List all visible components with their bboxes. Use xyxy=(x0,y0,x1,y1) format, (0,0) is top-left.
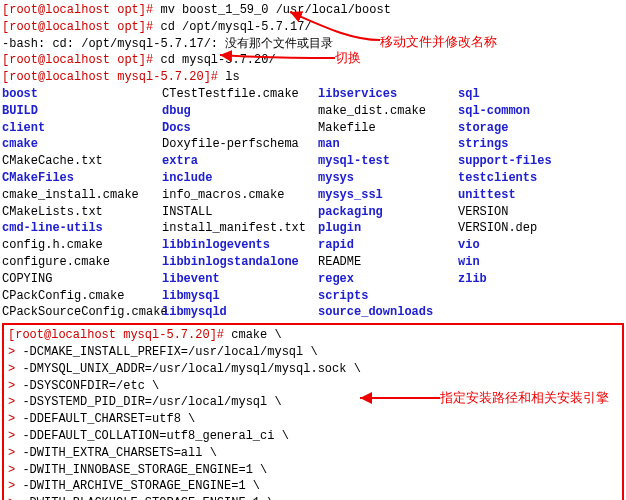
directory-entry: sql-common xyxy=(458,103,624,120)
error-line: -bash: cd: /opt/mysql-5.7.17/: 没有那个文件或目录 xyxy=(2,36,624,53)
file-entry: VERSION xyxy=(458,204,624,221)
directory-entry: mysys xyxy=(318,170,458,187)
ls-output: boostCTestTestfile.cmakelibservicessqlBU… xyxy=(2,86,624,321)
directory-entry: unittest xyxy=(458,187,624,204)
file-entry: CMakeLists.txt xyxy=(2,204,162,221)
cmake-option-line: > -DDEFAULT_COLLATION=utf8_general_ci \ xyxy=(8,428,618,445)
directory-entry: libbinlogstandalone xyxy=(162,254,318,271)
file-entry: INSTALL xyxy=(162,204,318,221)
directory-entry: libservices xyxy=(318,86,458,103)
file-entry: make_dist.cmake xyxy=(318,103,458,120)
directory-entry: CMakeFiles xyxy=(2,170,162,187)
cmake-option-line: > -DWITH_EXTRA_CHARSETS=all \ xyxy=(8,445,618,462)
file-entry: VERSION.dep xyxy=(458,220,624,237)
directory-entry: include xyxy=(162,170,318,187)
directory-entry: storage xyxy=(458,120,624,137)
directory-entry: packaging xyxy=(318,204,458,221)
directory-entry: vio xyxy=(458,237,624,254)
directory-entry: libevent xyxy=(162,271,318,288)
directory-entry: Docs xyxy=(162,120,318,137)
file-entry: CPackConfig.cmake xyxy=(2,288,162,305)
terminal-line: [root@localhost opt]# mv boost_1_59_0 /u… xyxy=(2,2,624,19)
file-entry xyxy=(458,304,624,321)
directory-entry: mysql-test xyxy=(318,153,458,170)
command: cd mysql-5.7.20/ xyxy=(160,53,275,67)
directory-entry: libbinlogevents xyxy=(162,237,318,254)
terminal-line: [root@localhost mysql-5.7.20]# ls xyxy=(2,69,624,86)
directory-entry: rapid xyxy=(318,237,458,254)
directory-entry: sql xyxy=(458,86,624,103)
file-entry: CMakeCache.txt xyxy=(2,153,162,170)
command: cmake \ xyxy=(231,328,281,342)
command: cd /opt/mysql-5.7.17/ xyxy=(160,20,311,34)
file-entry: CPackSourceConfig.cmake xyxy=(2,304,162,321)
directory-entry: libmysqld xyxy=(162,304,318,321)
cmake-option-line: > -DWITH_INNOBASE_STORAGE_ENGINE=1 \ xyxy=(8,462,618,479)
directory-entry: testclients xyxy=(458,170,624,187)
prompt: [root@localhost mysql-5.7.20]# xyxy=(2,70,218,84)
file-entry: Doxyfile-perfschema xyxy=(162,136,318,153)
annotation-move-rename: 移动文件并修改名称 xyxy=(380,34,497,52)
directory-entry: win xyxy=(458,254,624,271)
directory-entry: dbug xyxy=(162,103,318,120)
file-entry: Makefile xyxy=(318,120,458,137)
prompt: [root@localhost mysql-5.7.20]# xyxy=(8,328,224,342)
directory-entry: man xyxy=(318,136,458,153)
file-entry: CTestTestfile.cmake xyxy=(162,86,318,103)
directory-entry: client xyxy=(2,120,162,137)
annotation-switch: 切换 xyxy=(335,50,361,68)
file-entry: config.h.cmake xyxy=(2,237,162,254)
annotation-install-path: 指定安装路径和相关安装引擎 xyxy=(440,390,610,408)
directory-entry: cmake xyxy=(2,136,162,153)
cmake-command-box: [root@localhost mysql-5.7.20]# cmake \ >… xyxy=(2,323,624,500)
cmake-option-line: > -DCMAKE_INSTALL_PREFIX=/usr/local/mysq… xyxy=(8,344,618,361)
file-entry: COPYING xyxy=(2,271,162,288)
file-entry xyxy=(458,288,624,305)
cmake-option-line: > -DWITH_BLACKHOLE_STORAGE_ENGINE=1 \ xyxy=(8,495,618,500)
prompt: [root@localhost opt]# xyxy=(2,20,153,34)
directory-entry: extra xyxy=(162,153,318,170)
terminal-line: [root@localhost opt]# cd /opt/mysql-5.7.… xyxy=(2,19,624,36)
cmake-option-line: > -DDEFAULT_CHARSET=utf8 \ xyxy=(8,411,618,428)
directory-entry: mysys_ssl xyxy=(318,187,458,204)
terminal-line: [root@localhost opt]# cd mysql-5.7.20/ xyxy=(2,52,624,69)
file-entry: info_macros.cmake xyxy=(162,187,318,204)
file-entry: cmake_install.cmake xyxy=(2,187,162,204)
directory-entry: support-files xyxy=(458,153,624,170)
cmake-option-line: > -DWITH_ARCHIVE_STORAGE_ENGINE=1 \ xyxy=(8,478,618,495)
directory-entry: zlib xyxy=(458,271,624,288)
cmake-option-line: > -DMYSQL_UNIX_ADDR=/usr/local/mysql/mys… xyxy=(8,361,618,378)
directory-entry: plugin xyxy=(318,220,458,237)
command: ls xyxy=(225,70,239,84)
command: mv boost_1_59_0 /usr/local/boost xyxy=(160,3,390,17)
directory-entry: regex xyxy=(318,271,458,288)
file-entry: install_manifest.txt xyxy=(162,220,318,237)
directory-entry: source_downloads xyxy=(318,304,458,321)
directory-entry: scripts xyxy=(318,288,458,305)
prompt: [root@localhost opt]# xyxy=(2,3,153,17)
directory-entry: cmd-line-utils xyxy=(2,220,162,237)
directory-entry: libmysql xyxy=(162,288,318,305)
directory-entry: boost xyxy=(2,86,162,103)
terminal-line: [root@localhost mysql-5.7.20]# cmake \ xyxy=(8,327,618,344)
directory-entry: strings xyxy=(458,136,624,153)
file-entry: README xyxy=(318,254,458,271)
directory-entry: BUILD xyxy=(2,103,162,120)
file-entry: configure.cmake xyxy=(2,254,162,271)
prompt: [root@localhost opt]# xyxy=(2,53,153,67)
